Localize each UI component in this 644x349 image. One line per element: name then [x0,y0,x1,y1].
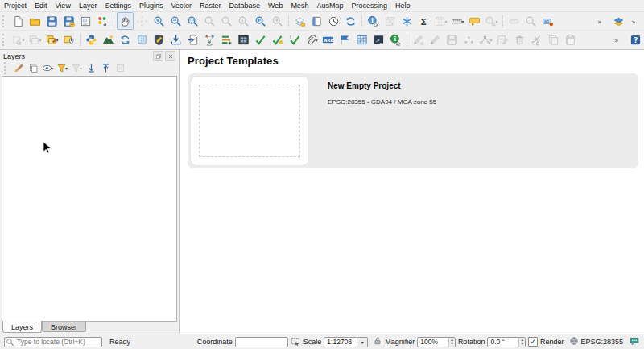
toolbar-row2-overflow-button[interactable]: » [610,31,627,49]
attachments-button[interactable]: ▾ [303,31,320,49]
zoom-full-button[interactable] [184,12,201,30]
spin-down-icon[interactable]: ▾ [449,342,455,347]
dropdown-arrow-icon[interactable]: ▾ [39,37,41,43]
new-print-layout-button[interactable] [77,12,94,30]
menu-item-database[interactable]: Database [225,1,265,10]
menu-item-view[interactable]: View [52,1,75,10]
menu-item-plugins[interactable]: Plugins [135,1,167,10]
rotation-spinbox[interactable]: 0.0 ° ▴▾ [487,337,526,347]
console-window-button[interactable]: >_ [370,31,387,49]
layers-panel-content[interactable] [2,76,177,322]
rotation-value[interactable]: 0.0 ° [488,338,518,346]
chevron-down-icon[interactable]: ▾ [357,337,368,347]
profile-tool-button[interactable] [100,31,117,49]
statistical-summary-button[interactable]: Σ [415,12,432,30]
osm-search-button[interactable] [134,31,151,49]
digitizing-shield-button[interactable] [151,31,167,49]
measure-button[interactable]: ▾ [449,12,466,30]
toolbar-grip[interactable] [4,62,9,74]
messages-bubble-icon[interactable] [629,336,640,348]
bookmarks-button[interactable] [308,12,325,30]
flag-plugin-button[interactable] [336,31,353,49]
import-layer-button[interactable] [184,31,201,49]
template-list-item[interactable]: New Empty ProjectEPSG:28355 - GDA94 / MG… [188,73,638,168]
template-thumbnail[interactable] [191,77,308,165]
validity-check-button[interactable] [269,31,286,49]
float-panel-button[interactable] [153,51,163,61]
locator-input[interactable] [4,337,102,347]
magnifier-value[interactable]: 100% [418,338,448,346]
dropdown-arrow-icon[interactable]: ▾ [461,19,464,24]
globe-icon[interactable] [569,336,579,347]
coordinate-input[interactable] [235,337,288,347]
window-overflow-button[interactable]: » [627,12,644,30]
style-manager-button[interactable]: a [94,12,111,30]
plugin-reload-button[interactable] [117,31,134,49]
filter-legend-button[interactable]: ▾ [55,62,69,75]
dropdown-arrow-icon[interactable]: ▾ [80,65,82,71]
dropdown-arrow-icon[interactable]: ▾ [65,65,68,71]
toolbar-grip[interactable] [2,34,7,46]
dropdown-arrow-icon[interactable]: ▾ [22,37,24,43]
dropdown-arrow-icon[interactable]: ▾ [444,19,447,24]
download-layers-button[interactable] [167,31,184,49]
pan-map-button[interactable] [117,12,134,30]
select-by-form-button[interactable]: ▾ [43,31,60,49]
tab-browser[interactable]: Browser [42,322,86,332]
menu-item-raster[interactable]: Raster [196,1,225,10]
crs-status[interactable]: EPSG:28355 [580,338,623,346]
render-checkbox[interactable]: ✓ [528,337,538,347]
arr-plugin-button[interactable]: ARR [320,31,336,49]
extent-toggle-icon[interactable] [291,336,301,348]
zoom-in-button[interactable] [151,12,167,30]
refresh-map-button[interactable] [342,12,359,30]
labeling-button[interactable]: ab [539,12,556,30]
collapse-all-button[interactable] [98,62,113,75]
select-by-location-button[interactable] [60,31,77,49]
open-project-button[interactable] [27,12,43,30]
menu-item-processing[interactable]: Processing [347,1,391,10]
select-by-expression-button[interactable] [398,12,415,30]
save-project-as-button[interactable] [60,12,77,30]
dropdown-arrow-icon[interactable]: ▾ [56,37,58,43]
feature-info-button[interactable]: i [387,31,404,49]
toolbar-row1-overflow-button[interactable]: » [593,12,610,30]
spin-down-icon[interactable]: ▾ [519,342,525,347]
menu-item-layer[interactable]: Layer [75,1,101,10]
menu-item-edit[interactable]: Edit [31,1,52,10]
layers-list-button[interactable] [610,12,627,30]
layer-order-button[interactable] [218,31,235,49]
dropdown-arrow-icon[interactable]: ▾ [51,65,53,71]
python-console-button[interactable] [83,31,100,49]
help-button[interactable]: ? [627,31,644,49]
menu-item-project[interactable]: Project [0,1,31,10]
zoom-out-button[interactable] [167,12,184,30]
magnifier-spinbox[interactable]: 100% ▴▾ [417,337,456,347]
dropdown-arrow-icon[interactable]: ▾ [315,37,317,43]
add-group-button[interactable] [26,62,40,75]
topology-check-button[interactable]: 1 [286,31,303,49]
toolbar-grip[interactable] [2,15,7,27]
new-project-button[interactable] [10,12,27,30]
expand-all-button[interactable] [84,62,98,75]
interpolation-button[interactable] [353,31,370,49]
menu-item-help[interactable]: Help [391,1,415,10]
open-layer-styling-button[interactable] [11,62,26,75]
menu-item-ausmap[interactable]: AusMap [312,1,347,10]
new-map-view-button[interactable] [291,12,308,30]
save-project-button[interactable] [43,12,60,30]
close-panel-button[interactable] [165,51,175,61]
menu-item-vector[interactable]: Vector [167,1,196,10]
scale-value[interactable]: 1:12708 [324,337,357,347]
tab-layers[interactable]: Layers [2,321,42,333]
identify-features-button[interactable]: i [365,12,382,30]
dropdown-arrow-icon[interactable]: ▾ [489,37,492,43]
map-window-button[interactable] [235,31,252,49]
zoom-last-button[interactable] [252,12,269,30]
locator-search[interactable] [4,337,102,347]
scale-combo[interactable]: 1:12708 ▾ [324,337,368,347]
map-tips-button[interactable] [466,12,483,30]
menu-item-settings[interactable]: Settings [101,1,135,10]
temporal-controller-button[interactable] [325,12,342,30]
tcp-connection-button[interactable]: TCP [201,31,218,49]
